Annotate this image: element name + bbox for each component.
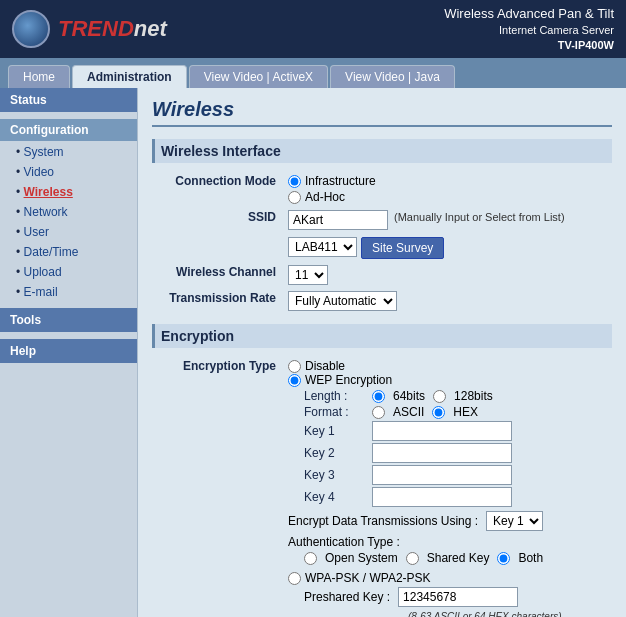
enc-wep-radio[interactable] bbox=[288, 374, 301, 387]
radio-adhoc[interactable] bbox=[288, 191, 301, 204]
key3-input[interactable] bbox=[372, 465, 512, 485]
wireless-interface-title: Wireless Interface bbox=[152, 139, 612, 163]
wpa-row: WPA-PSK / WPA2-PSK bbox=[288, 571, 606, 585]
sidebar-link-video[interactable]: Video bbox=[24, 165, 54, 179]
key2-label: Key 2 bbox=[304, 446, 364, 460]
page-title: Wireless bbox=[152, 98, 612, 127]
format-row: Format : ASCII HEX bbox=[304, 405, 606, 419]
enc-disable-label: Disable bbox=[305, 359, 345, 373]
enc-type-label: Encryption Type bbox=[152, 356, 282, 617]
encryption-title: Encryption bbox=[152, 324, 612, 348]
nav-tab-viewvideo-java[interactable]: View Video | Java bbox=[330, 65, 455, 88]
wireless-interface-form: Connection Mode Infrastructure Ad-Hoc bbox=[152, 171, 612, 314]
auth-shared-radio[interactable] bbox=[406, 552, 419, 565]
sidebar-item-user[interactable]: • User bbox=[0, 222, 137, 242]
fmt-hex-radio[interactable] bbox=[432, 406, 445, 419]
enc-type-options: Disable WEP Encryption Length : 64bits bbox=[282, 356, 612, 617]
ssid-area: (Manually Input or Select from List) LAB… bbox=[282, 207, 612, 262]
format-label: Format : bbox=[304, 405, 364, 419]
fmt-ascii-radio[interactable] bbox=[372, 406, 385, 419]
enc-disable-row: Disable bbox=[288, 359, 606, 373]
key3-row: Key 3 bbox=[304, 465, 606, 485]
channel-label: Wireless Channel bbox=[152, 262, 282, 288]
nav-tab-administration[interactable]: Administration bbox=[72, 65, 187, 88]
auth-open-label: Open System bbox=[325, 551, 398, 565]
enc-wep-row: WEP Encryption bbox=[288, 373, 606, 387]
encryption-form: Encryption Type Disable WEP Encryption bbox=[152, 356, 612, 617]
site-survey-button[interactable]: Site Survey bbox=[361, 237, 444, 259]
connection-mode-options: Infrastructure Ad-Hoc bbox=[282, 171, 612, 207]
tx-rate-label: Transmission Rate bbox=[152, 288, 282, 314]
key1-label: Key 1 bbox=[304, 424, 364, 438]
len-128-radio[interactable] bbox=[433, 390, 446, 403]
sidebar: Status Configuration • System • Video • … bbox=[0, 88, 138, 617]
wpa-radio[interactable] bbox=[288, 572, 301, 585]
sidebar-config-header[interactable]: Configuration bbox=[0, 119, 137, 141]
fmt-hex-label: HEX bbox=[453, 405, 478, 419]
preshared-row: Preshared Key : bbox=[304, 587, 606, 607]
sidebar-help-header[interactable]: Help bbox=[0, 339, 137, 363]
sidebar-link-user[interactable]: User bbox=[24, 225, 49, 239]
preshared-note: (8-63 ASCII or 64 HEX characters) bbox=[408, 611, 562, 617]
radio-adhoc-row: Ad-Hoc bbox=[288, 190, 606, 204]
tx-rate-area: Fully Automatic bbox=[282, 288, 612, 314]
tx-rate-select[interactable]: Fully Automatic bbox=[288, 291, 397, 311]
sidebar-item-email[interactable]: • E-mail bbox=[0, 282, 137, 302]
sidebar-link-email[interactable]: E-mail bbox=[24, 285, 58, 299]
key1-input[interactable] bbox=[372, 421, 512, 441]
key2-input[interactable] bbox=[372, 443, 512, 463]
channel-select[interactable]: 11 bbox=[288, 265, 328, 285]
connection-mode-label: Connection Mode bbox=[152, 171, 282, 207]
auth-options-row: Open System Shared Key Both bbox=[304, 551, 606, 565]
trendnet-logo-circle bbox=[12, 10, 50, 48]
fmt-ascii-label: ASCII bbox=[393, 405, 424, 419]
adhoc-label: Ad-Hoc bbox=[305, 190, 345, 204]
sidebar-link-system[interactable]: System bbox=[24, 145, 64, 159]
ssid-input[interactable] bbox=[288, 210, 388, 230]
product-subtitle: Internet Camera Server bbox=[444, 23, 614, 38]
nav-tab-home[interactable]: Home bbox=[8, 65, 70, 88]
channel-area: 11 bbox=[282, 262, 612, 288]
enc-wep-label: WEP Encryption bbox=[305, 373, 392, 387]
sidebar-link-datetime[interactable]: Date/Time bbox=[24, 245, 79, 259]
logo-trend: TREND bbox=[58, 16, 134, 41]
key2-row: Key 2 bbox=[304, 443, 606, 463]
key3-label: Key 3 bbox=[304, 468, 364, 482]
ssid-note: (Manually Input or Select from List) bbox=[394, 210, 565, 224]
enc-disable-radio[interactable] bbox=[288, 360, 301, 373]
auth-type-label: Authentication Type : bbox=[288, 535, 400, 549]
nav-bar: Home Administration View Video | ActiveX… bbox=[0, 58, 626, 88]
radio-infrastructure[interactable] bbox=[288, 175, 301, 188]
preshared-input[interactable] bbox=[398, 587, 518, 607]
encrypt-using-select[interactable]: Key 1 Key 2 Key 3 Key 4 bbox=[486, 511, 543, 531]
encrypt-using-label: Encrypt Data Transmissions Using : bbox=[288, 514, 478, 528]
sidebar-status-header[interactable]: Status bbox=[0, 88, 137, 112]
sidebar-item-network[interactable]: • Network bbox=[0, 202, 137, 222]
main-layout: Status Configuration • System • Video • … bbox=[0, 88, 626, 617]
sidebar-item-datetime[interactable]: • Date/Time bbox=[0, 242, 137, 262]
sidebar-item-video[interactable]: • Video bbox=[0, 162, 137, 182]
sidebar-item-wireless[interactable]: • Wireless bbox=[0, 182, 137, 202]
logo-area: TRENDnet bbox=[12, 10, 167, 48]
nav-tab-viewvideo-activex[interactable]: View Video | ActiveX bbox=[189, 65, 328, 88]
header: TRENDnet Wireless Advanced Pan & Tilt In… bbox=[0, 0, 626, 58]
product-title: Wireless Advanced Pan & Tilt bbox=[444, 5, 614, 23]
content-area: Wireless Wireless Interface Connection M… bbox=[138, 88, 626, 617]
sidebar-item-upload[interactable]: • Upload bbox=[0, 262, 137, 282]
key4-input[interactable] bbox=[372, 487, 512, 507]
len-64-label: 64bits bbox=[393, 389, 425, 403]
len-64-radio[interactable] bbox=[372, 390, 385, 403]
auth-type-row: Authentication Type : bbox=[288, 535, 606, 549]
sidebar-link-wireless[interactable]: Wireless bbox=[24, 185, 73, 199]
auth-both-radio[interactable] bbox=[497, 552, 510, 565]
auth-both-label: Both bbox=[518, 551, 543, 565]
sidebar-tools-header[interactable]: Tools bbox=[0, 308, 137, 332]
product-info: Wireless Advanced Pan & Tilt Internet Ca… bbox=[444, 5, 614, 54]
sidebar-item-system[interactable]: • System bbox=[0, 142, 137, 162]
sidebar-link-upload[interactable]: Upload bbox=[24, 265, 62, 279]
auth-open-radio[interactable] bbox=[304, 552, 317, 565]
product-model: TV-IP400W bbox=[444, 38, 614, 53]
ssid-dropdown[interactable]: LAB411 bbox=[288, 237, 357, 257]
key4-row: Key 4 bbox=[304, 487, 606, 507]
sidebar-link-network[interactable]: Network bbox=[24, 205, 68, 219]
